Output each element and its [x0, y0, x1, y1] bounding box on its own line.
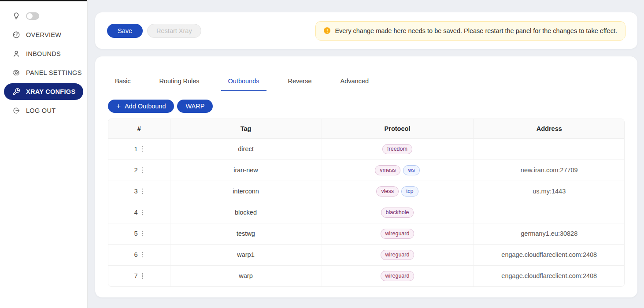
sidebar-nav: OVERVIEWINBOUNDSPANEL SETTINGSXRAY CONFI… — [0, 1, 87, 119]
address-cell: germany1.eu:30828 — [473, 223, 625, 244]
row-menu-kebab-icon[interactable] — [141, 230, 144, 237]
warp-button[interactable]: WARP — [177, 100, 213, 113]
actions-row: + Add Outbound WARP — [108, 100, 625, 113]
row-number-cell: 3 — [108, 181, 170, 202]
row-number: 3 — [134, 188, 137, 195]
add-outbound-label: Add Outbound — [125, 103, 166, 110]
tag-cell: blocked — [170, 202, 322, 223]
tab-basic[interactable]: Basic — [108, 76, 137, 91]
warp-label: WARP — [185, 103, 204, 110]
row-number-cell: 5 — [108, 223, 170, 244]
address-cell: us.my:1443 — [473, 181, 625, 202]
restart-xray-button[interactable]: Restart Xray — [147, 24, 201, 38]
address-cell — [473, 202, 625, 223]
row-number-cell: 4 — [108, 202, 170, 223]
column-header-tag: Tag — [170, 119, 322, 138]
alert-text: Every change made here needs to be saved… — [335, 27, 617, 34]
logout-icon — [12, 107, 20, 115]
table-row: 4blockedblackhole — [108, 202, 625, 223]
lightbulb-icon — [12, 12, 20, 20]
row-number: 1 — [134, 145, 137, 152]
save-button[interactable]: Save — [107, 24, 143, 38]
sidebar-item-xray-configs[interactable]: XRAY CONFIGS — [4, 83, 83, 100]
table-row: 1directfreedom — [108, 138, 625, 160]
table-row: 6warp1wireguardengage.cloudflareclient.c… — [108, 244, 625, 265]
outbounds-table: #TagProtocolAddress 1directfreedom2iran-… — [108, 119, 625, 287]
address-cell — [473, 138, 625, 160]
row-number-cell: 1 — [108, 138, 170, 160]
main-content: Save Restart Xray ! Every change made he… — [88, 0, 644, 308]
sidebar-item-label: XRAY CONFIGS — [26, 88, 75, 95]
add-outbound-button[interactable]: + Add Outbound — [108, 100, 174, 113]
row-number: 6 — [134, 251, 137, 258]
sidebar-item-label: INBOUNDS — [26, 50, 61, 57]
row-menu-kebab-icon[interactable] — [141, 145, 144, 153]
dark-mode-toggle[interactable] — [26, 12, 39, 20]
sidebar-item-log-out[interactable]: LOG OUT — [4, 102, 83, 119]
dashboard-icon — [12, 31, 20, 39]
tag-cell: iran-new — [170, 160, 322, 181]
protocol-cell: wireguard — [322, 244, 473, 265]
row-menu-kebab-icon[interactable] — [141, 209, 144, 216]
row-number: 5 — [134, 230, 137, 237]
row-number-cell: 7 — [108, 265, 170, 286]
tag-cell: warp1 — [170, 244, 322, 265]
exclamation-circle-icon: ! — [324, 27, 330, 34]
row-number: 4 — [134, 209, 137, 216]
sidebar-item-label: LOG OUT — [26, 107, 56, 114]
row-number: 7 — [134, 272, 137, 279]
plus-icon: + — [116, 103, 121, 109]
sidebar-item-inbounds[interactable]: INBOUNDS — [4, 45, 83, 62]
row-number: 2 — [134, 167, 137, 174]
tab-bar: BasicRouting RulesOutboundsReverseAdvanc… — [108, 76, 625, 91]
table-header-row: #TagProtocolAddress — [108, 119, 625, 138]
tab-outbounds[interactable]: Outbounds — [221, 76, 266, 91]
protocol-cell: wireguard — [322, 265, 473, 286]
row-menu-kebab-icon[interactable] — [141, 251, 144, 259]
tag-cell: interconn — [170, 181, 322, 202]
column-header-protocol: Protocol — [322, 119, 473, 138]
protocol-cell: wireguard — [322, 223, 473, 244]
protocol-badge-blackhole: blackhole — [381, 208, 414, 218]
protocol-badge-freedom: freedom — [382, 144, 412, 154]
column-header-address: Address — [473, 119, 625, 138]
row-number-cell: 2 — [108, 160, 170, 181]
tag-cell: direct — [170, 138, 322, 160]
protocol-badge-wireguard: wireguard — [381, 271, 415, 281]
column-header-num: # — [108, 119, 170, 138]
address-cell: new.iran.com:27709 — [473, 160, 625, 181]
row-menu-kebab-icon[interactable] — [141, 272, 144, 280]
address-cell: engage.cloudflareclient.com:2408 — [473, 265, 625, 286]
protocol-cell: blackhole — [322, 202, 473, 223]
protocol-badge-vmess: vmess — [375, 165, 400, 175]
table-row: 7warpwireguardengage.cloudflareclient.co… — [108, 265, 625, 286]
tab-routing-rules[interactable]: Routing Rules — [152, 76, 206, 91]
table-row: 2iran-newvmesswsnew.iran.com:27709 — [108, 160, 625, 181]
theme-toggle-row — [4, 7, 83, 24]
row-menu-kebab-icon[interactable] — [141, 167, 144, 174]
gear-icon — [12, 69, 20, 77]
tab-reverse[interactable]: Reverse — [281, 76, 319, 91]
save-warning-alert: ! Every change made here needs to be sav… — [315, 21, 625, 41]
wrench-icon — [12, 88, 20, 96]
row-menu-kebab-icon[interactable] — [141, 188, 144, 195]
toolbar-card: Save Restart Xray ! Every change made he… — [95, 12, 637, 49]
protocol-cell: vmessws — [322, 160, 473, 181]
protocol-badge-wireguard: wireguard — [381, 229, 415, 239]
protocol-badge-vless: vless — [376, 186, 398, 197]
sidebar-item-overview[interactable]: OVERVIEW — [4, 26, 83, 43]
protocol-badge-wireguard: wireguard — [381, 250, 415, 260]
table-row: 3interconnvlesstcpus.my:1443 — [108, 181, 625, 202]
toggle-knob — [27, 13, 33, 19]
protocol-badge-ws: ws — [403, 165, 419, 175]
sidebar-item-panel-settings[interactable]: PANEL SETTINGS — [4, 64, 83, 81]
tag-cell: testwg — [170, 223, 322, 244]
protocol-badge-tcp: tcp — [401, 186, 418, 197]
protocol-cell: freedom — [322, 138, 473, 160]
xray-configs-card: BasicRouting RulesOutboundsReverseAdvanc… — [95, 56, 637, 297]
sidebar-item-label: OVERVIEW — [26, 31, 61, 38]
tag-cell: warp — [170, 265, 322, 286]
tab-advanced[interactable]: Advanced — [333, 76, 376, 91]
address-cell: engage.cloudflareclient.com:2408 — [473, 244, 625, 265]
table-row: 5testwgwireguardgermany1.eu:30828 — [108, 223, 625, 244]
